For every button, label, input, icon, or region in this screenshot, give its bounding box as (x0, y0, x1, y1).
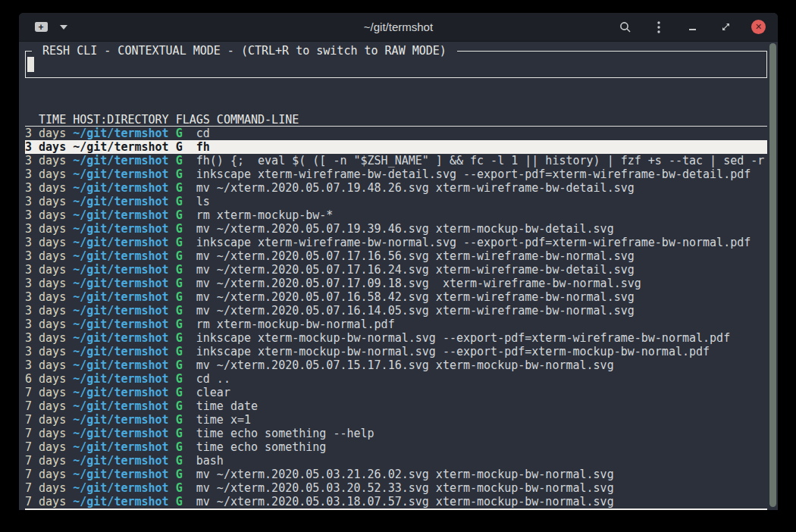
history-row[interactable]: 7 days ~/git/termshot G time x=1 (25, 413, 767, 427)
history-row[interactable]: 3 days ~/git/termshot G mv ~/xterm.2020.… (25, 222, 767, 236)
row-time: 7 days (25, 495, 66, 509)
row-flags: G (176, 290, 183, 304)
row-time: 3 days (25, 222, 66, 236)
history-row[interactable]: 3 days ~/git/termshot G rm xterm-mockup-… (25, 318, 767, 331)
terminal-screen[interactable]: RESH CLI - CONTEXTUAL MODE - (CTRL+R to … (19, 42, 778, 510)
row-flags: G (176, 372, 183, 386)
history-row[interactable]: 3 days ~/git/termshot G mv ~/xterm.2020.… (25, 263, 767, 277)
tab-dropdown-button[interactable] (57, 20, 71, 34)
row-time: 3 days (25, 263, 66, 277)
history-row[interactable]: 3 days ~/git/termshot G mv ~/xterm.2020.… (25, 277, 767, 290)
row-host-dir: ~/git/termshot (73, 304, 168, 318)
history-row[interactable]: 3 days ~/git/termshot G fh() {; eval $( … (25, 154, 767, 167)
row-command: mv ~/xterm.2020.05.07.17.09.18.svg xterm… (196, 277, 641, 290)
history-row[interactable]: 3 days ~/git/termshot G rm xterm-mockup-… (25, 208, 767, 222)
row-host-dir: ~/git/termshot (73, 399, 168, 413)
row-command: mv ~/xterm.2020.05.03.21.26.02.svg xterm… (196, 468, 614, 481)
row-command: inkscape xterm-wireframe-bw-normal.svg -… (196, 236, 751, 249)
row-flags: G (176, 304, 183, 318)
row-time: 7 days (25, 440, 66, 454)
row-command: mv ~/xterm.2020.05.07.15.17.16.svg xterm… (196, 358, 614, 372)
row-flags: G (176, 181, 183, 195)
chevron-down-icon (60, 25, 67, 30)
history-row[interactable]: 7 days ~/git/termshot G time echo someth… (25, 440, 767, 454)
search-input[interactable]: RESH CLI - CONTEXTUAL MODE - (CTRL+R to … (25, 51, 767, 78)
row-command: mv ~/xterm.2020.05.03.18.07.57.svg xterm… (196, 495, 614, 509)
row-time: 3 days (25, 345, 66, 358)
history-row[interactable]: 7 days ~/git/termshot G mv ~/xterm.2020.… (25, 481, 767, 495)
new-tab-button[interactable]: + (33, 20, 49, 34)
row-command: time x=1 (196, 413, 251, 427)
status-bar: 2020-05-08 00:34:56tower:~/git/termshotf… (25, 509, 767, 510)
row-host-dir: ~/git/termshot (73, 331, 168, 345)
row-time: 3 days (25, 331, 66, 345)
history-row[interactable]: 7 days ~/git/termshot G time date (25, 399, 767, 413)
row-flags: G (176, 236, 183, 249)
row-host-dir: ~/git/termshot (73, 372, 168, 386)
row-host-dir: ~/git/termshot (73, 195, 168, 208)
row-host-dir: ~/git/termshot (73, 495, 168, 509)
history-row[interactable]: 3 days ~/git/termshot G inkscape xterm-w… (25, 236, 767, 249)
row-time: 3 days (25, 154, 66, 167)
row-time: 3 days (25, 140, 66, 154)
close-button[interactable]: ✕ (751, 20, 766, 34)
row-command: mv ~/xterm.2020.05.07.19.48.26.svg xterm… (196, 181, 635, 195)
history-row[interactable]: 7 days ~/git/termshot G clear (25, 386, 767, 399)
history-row[interactable]: 3 days ~/git/termshot G cd (25, 127, 767, 140)
row-host-dir: ~/git/termshot (73, 454, 168, 468)
history-row[interactable]: 7 days ~/git/termshot G mv ~/xterm.2020.… (25, 468, 767, 481)
row-host-dir: ~/git/termshot (73, 208, 168, 222)
row-time: 3 days (25, 249, 66, 263)
status-command: fh (533, 509, 553, 510)
row-command: mv ~/xterm.2020.05.07.17.16.56.svg xterm… (196, 249, 635, 263)
history-row[interactable]: 7 days ~/git/termshot G time echo someth… (25, 427, 767, 440)
row-host-dir: ~/git/termshot (73, 440, 168, 454)
history-row[interactable]: 3 days ~/git/termshot G mv ~/xterm.2020.… (25, 358, 767, 372)
row-flags: G (176, 263, 183, 277)
history-row[interactable]: 3 days ~/git/termshot G mv ~/xterm.2020.… (25, 181, 767, 195)
history-row[interactable]: 3 days ~/git/termshot G inkscape xterm-m… (25, 331, 767, 345)
row-command: time echo something (196, 440, 327, 454)
row-command: inkscape xterm-mockup-bw-normal.svg --ex… (196, 345, 710, 358)
row-command: rm xterm-mockup-bw-normal.pdf (196, 318, 395, 331)
scrollbar[interactable] (769, 43, 776, 507)
history-row[interactable]: 6 days ~/git/termshot G cd .. (25, 372, 767, 386)
status-host-dir: tower:~/git/termshot (270, 509, 471, 510)
row-host-dir: ~/git/termshot (73, 345, 168, 358)
frame-title: RESH CLI - CONTEXTUAL MODE - (CTRL+R to … (32, 44, 457, 58)
titlebar[interactable]: + ~/git/termshot (19, 13, 778, 42)
row-flags: G (176, 277, 183, 290)
row-host-dir: ~/git/termshot (73, 290, 168, 304)
row-command: rm xterm-mockup-bw-* (196, 208, 334, 222)
history-row[interactable]: 7 days ~/git/termshot G mv ~/xterm.2020.… (25, 495, 767, 509)
row-host-dir: ~/git/termshot (73, 318, 168, 331)
row-host-dir: ~/git/termshot (73, 413, 168, 427)
text-cursor (27, 57, 34, 72)
row-command: mv ~/xterm.2020.05.07.17.16.24.svg xterm… (196, 263, 635, 277)
history-row[interactable]: 3 days ~/git/termshot G inkscape xterm-m… (25, 345, 767, 358)
history-row[interactable]: 3 days ~/git/termshot G mv ~/xterm.2020.… (25, 290, 767, 304)
row-host-dir: ~/git/termshot (73, 167, 168, 181)
history-row[interactable]: 3 days ~/git/termshot G mv ~/xterm.2020.… (25, 249, 767, 263)
row-flags: G (176, 481, 183, 495)
row-command: ls (196, 195, 210, 208)
row-time: 7 days (25, 413, 66, 427)
search-button[interactable] (618, 20, 633, 35)
row-time: 7 days (25, 427, 66, 440)
history-row[interactable]: 7 days ~/git/termshot G bash (25, 454, 767, 468)
history-header: TIME HOST:DIRECTORY FLAGS COMMAND-LINE (25, 113, 767, 127)
row-time: 7 days (25, 386, 66, 399)
row-host-dir: ~/git/termshot (73, 277, 168, 290)
row-command: fh (196, 140, 210, 154)
minimize-button[interactable] (685, 20, 700, 35)
row-time: 3 days (25, 208, 66, 222)
history-row[interactable]: 3 days ~/git/termshot G ls (25, 195, 767, 208)
row-time: 3 days (25, 358, 66, 372)
menu-button[interactable] (651, 20, 666, 35)
restore-button[interactable] (718, 20, 733, 35)
history-row[interactable]: 3 days ~/git/termshot G mv ~/xterm.2020.… (25, 304, 767, 318)
history-row[interactable]: 3 days ~/git/termshot G fh (25, 140, 767, 154)
row-host-dir: ~/git/termshot (73, 249, 168, 263)
history-row[interactable]: 3 days ~/git/termshot G inkscape xterm-w… (25, 167, 767, 181)
row-time: 7 days (25, 454, 66, 468)
